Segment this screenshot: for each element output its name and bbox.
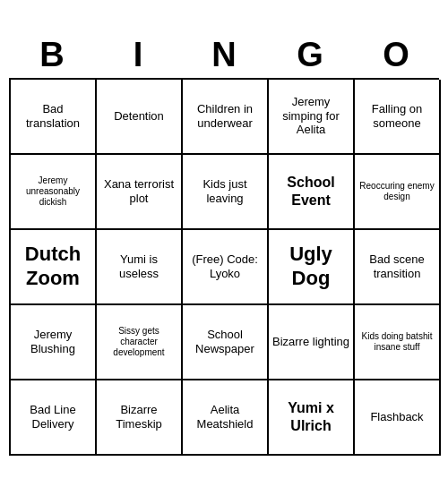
cell-text-12: (Free) Code: Lyoko	[186, 252, 263, 280]
bingo-cell-7: Kids just leaving	[183, 155, 269, 230]
bingo-cell-24: Flashback	[355, 380, 441, 456]
bingo-cell-8: School Event	[269, 155, 355, 230]
bingo-cell-20: Bad Line Delivery	[11, 380, 97, 456]
cell-text-7: Kids just leaving	[186, 177, 263, 205]
bingo-cell-5: Jeremy unreasonably dickish	[11, 155, 97, 230]
cell-text-22: Aelita Meatshield	[186, 403, 263, 431]
bingo-cell-11: Yumi is useless	[97, 230, 183, 305]
bingo-cell-21: Bizarre Timeskip	[97, 380, 183, 456]
bingo-letter-i: I	[99, 36, 177, 74]
cell-text-20: Bad Line Delivery	[14, 403, 91, 431]
cell-text-4: Falling on someone	[358, 102, 435, 130]
bingo-cell-10: Dutch Zoom	[11, 230, 97, 305]
cell-text-9: Reoccuring enemy design	[358, 181, 435, 202]
cell-text-24: Flashback	[370, 410, 423, 424]
bingo-cell-18: Bizarre lighting	[269, 305, 355, 380]
cell-text-3: Jeremy simping for Aelita	[272, 95, 349, 137]
bingo-cell-13: Ugly Dog	[269, 230, 355, 305]
bingo-cell-4: Falling on someone	[355, 80, 441, 155]
bingo-cell-3: Jeremy simping for Aelita	[269, 80, 355, 155]
bingo-cell-2: Children in underwear	[183, 80, 269, 155]
bingo-cell-14: Bad scene transition	[355, 230, 441, 305]
bingo-letter-o: O	[357, 36, 435, 74]
bingo-letter-b: B	[13, 36, 91, 74]
bingo-cell-12: (Free) Code: Lyoko	[183, 230, 269, 305]
bingo-header: BINGO	[9, 32, 439, 78]
bingo-cell-23: Yumi x Ulrich	[269, 380, 355, 456]
cell-text-15: Jeremy Blushing	[14, 328, 91, 355]
bingo-cell-19: Kids doing batshit insane stuff	[355, 305, 441, 380]
cell-text-5: Jeremy unreasonably dickish	[14, 175, 91, 208]
cell-text-13: Ugly Dog	[272, 243, 349, 290]
cell-text-6: Xana terrorist plot	[100, 177, 177, 205]
bingo-card: BINGO Bad translationDetentionChildren i…	[9, 32, 439, 456]
cell-text-0: Bad translation	[14, 102, 91, 130]
cell-text-2: Children in underwear	[186, 102, 263, 130]
cell-text-1: Detention	[114, 109, 164, 124]
cell-text-11: Yumi is useless	[100, 252, 177, 280]
cell-text-8: School Event	[272, 174, 349, 208]
cell-text-17: School Newspaper	[186, 328, 263, 355]
bingo-cell-17: School Newspaper	[183, 305, 269, 380]
bingo-cell-9: Reoccuring enemy design	[355, 155, 441, 230]
cell-text-21: Bizarre Timeskip	[100, 403, 177, 431]
cell-text-14: Bad scene transition	[358, 252, 435, 280]
bingo-cell-6: Xana terrorist plot	[97, 155, 183, 230]
cell-text-19: Kids doing batshit insane stuff	[358, 331, 435, 353]
bingo-grid: Bad translationDetentionChildren in unde…	[9, 78, 439, 456]
bingo-cell-22: Aelita Meatshield	[183, 380, 269, 456]
bingo-cell-1: Detention	[97, 80, 183, 155]
bingo-cell-15: Jeremy Blushing	[11, 305, 97, 380]
bingo-cell-16: Sissy gets character development	[97, 305, 183, 380]
bingo-letter-g: G	[271, 36, 349, 74]
cell-text-18: Bizarre lighting	[272, 335, 349, 349]
cell-text-16: Sissy gets character development	[100, 326, 177, 358]
bingo-cell-0: Bad translation	[11, 80, 97, 155]
cell-text-10: Dutch Zoom	[14, 243, 91, 290]
bingo-letter-n: N	[185, 36, 263, 74]
cell-text-23: Yumi x Ulrich	[272, 399, 349, 433]
